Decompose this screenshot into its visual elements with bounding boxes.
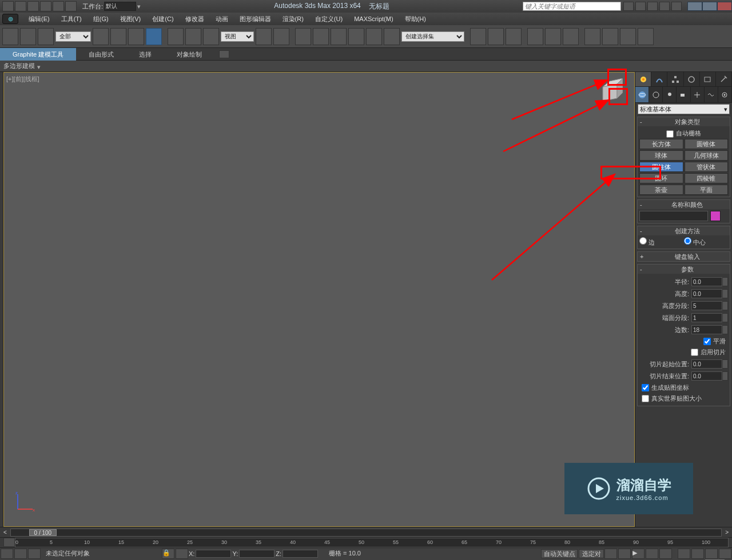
- subtab-shapes-icon[interactable]: [649, 87, 663, 102]
- obj-sphere-button[interactable]: 球体: [639, 150, 683, 161]
- obj-torus-button[interactable]: 圆环: [639, 173, 683, 183]
- layers-icon[interactable]: [506, 28, 522, 45]
- menu-views[interactable]: 视图(V): [114, 15, 147, 23]
- obj-teapot-button[interactable]: 茶壶: [639, 185, 683, 195]
- selection-filter-dropdown[interactable]: 全部: [55, 31, 91, 42]
- named-selection-dropdown[interactable]: 创建选择集: [401, 31, 464, 42]
- ref-coord-dropdown[interactable]: 视图: [221, 31, 254, 42]
- select-object-icon[interactable]: [93, 28, 109, 45]
- select-link-icon[interactable]: [2, 28, 18, 45]
- spinner-snap-icon[interactable]: [366, 28, 382, 45]
- subtab-lights-icon[interactable]: [663, 87, 677, 102]
- slicefrom-spin-buttons[interactable]: [722, 359, 728, 369]
- selection-lock-icon[interactable]: [28, 549, 41, 559]
- tab-create-icon[interactable]: [635, 72, 651, 86]
- tab-display-icon[interactable]: [700, 72, 716, 86]
- rollout-parameters[interactable]: 参数: [647, 265, 727, 274]
- use-pivot-icon[interactable]: [256, 28, 272, 45]
- real-world-checkbox[interactable]: [642, 395, 649, 402]
- object-color-swatch[interactable]: [710, 211, 721, 221]
- viewport-nav-zoom-icon[interactable]: [691, 549, 704, 559]
- rollout-keyboard-entry[interactable]: 键盘输入: [647, 253, 727, 261]
- window-close-button[interactable]: [717, 2, 732, 11]
- subtab-cameras-icon[interactable]: [677, 87, 690, 102]
- ribbon-expand-icon[interactable]: [219, 50, 229, 58]
- help-icon[interactable]: [671, 2, 682, 11]
- qat-save-icon[interactable]: [27, 1, 39, 11]
- smooth-checkbox[interactable]: [703, 338, 711, 345]
- viewport-nav-fov-icon[interactable]: [719, 549, 731, 559]
- subtab-helpers-icon[interactable]: [691, 87, 705, 102]
- qat-project-icon[interactable]: [65, 1, 77, 11]
- capsegs-spin-buttons[interactable]: [722, 313, 728, 322]
- slice-on-checkbox[interactable]: [691, 349, 698, 356]
- subtab-systems-icon[interactable]: [718, 87, 732, 102]
- object-name-input[interactable]: [639, 211, 708, 221]
- rollout-name-color[interactable]: 名称和颜色: [647, 201, 727, 209]
- search-input[interactable]: [523, 2, 621, 11]
- subtab-spacewarps-icon[interactable]: [705, 87, 718, 102]
- qat-open-icon[interactable]: [15, 1, 26, 11]
- ribbon-tab-freeform[interactable]: 自由形式: [76, 48, 126, 61]
- trackbar-toggle-icon[interactable]: [3, 538, 15, 547]
- menu-customize[interactable]: 自定义(U): [309, 15, 348, 23]
- obj-tube-button[interactable]: 管状体: [685, 162, 729, 172]
- height-spinner[interactable]: [691, 289, 722, 298]
- tab-motion-icon[interactable]: [684, 72, 700, 86]
- menu-create[interactable]: 创建(C): [146, 15, 179, 23]
- infocenter-icon[interactable]: [623, 2, 634, 11]
- select-by-name-icon[interactable]: [110, 28, 126, 45]
- chevron-down-icon[interactable]: ▾: [37, 63, 43, 69]
- obj-plane-button[interactable]: 平面: [685, 185, 729, 195]
- window-minimize-button[interactable]: [687, 2, 702, 11]
- obj-geosphere-button[interactable]: 几何球体: [685, 150, 729, 161]
- x-coord-input[interactable]: [196, 550, 231, 558]
- exchange-icon[interactable]: [647, 2, 658, 11]
- app-menu-icon[interactable]: ⊚: [2, 14, 18, 24]
- select-move-icon[interactable]: [168, 28, 184, 45]
- select-scale-icon[interactable]: [203, 28, 219, 45]
- search-icon[interactable]: [635, 2, 646, 11]
- select-manipulate-icon[interactable]: [273, 28, 289, 45]
- menu-maxscript[interactable]: MAXScript(M): [348, 15, 399, 22]
- cap-segs-spinner[interactable]: [691, 313, 722, 322]
- obj-cylinder-button[interactable]: 圆柱体: [639, 162, 683, 172]
- slice-from-spinner[interactable]: [691, 359, 722, 369]
- select-rotate-icon[interactable]: [185, 28, 201, 45]
- menu-tools[interactable]: 工具(T): [55, 15, 87, 23]
- autogrid-checkbox[interactable]: [666, 130, 674, 138]
- viewcube[interactable]: [597, 78, 623, 104]
- sliceto-spin-buttons[interactable]: [722, 371, 728, 381]
- menu-edit[interactable]: 编辑(E): [23, 15, 55, 23]
- window-maximize-button[interactable]: [702, 2, 717, 11]
- workspace-dropdown[interactable]: 默认: [104, 2, 136, 11]
- time-thumb[interactable]: 0 / 100: [29, 529, 57, 536]
- abs-rel-icon[interactable]: [176, 549, 188, 559]
- menu-modifiers[interactable]: 修改器: [180, 15, 210, 23]
- render-iterative-icon[interactable]: [638, 28, 654, 45]
- rendered-frame-icon[interactable]: [602, 28, 618, 45]
- menu-rendering[interactable]: 渲染(R): [277, 15, 309, 23]
- gen-mapping-checkbox[interactable]: [642, 384, 649, 391]
- menu-graph-editors[interactable]: 图形编辑器: [234, 15, 277, 23]
- radio-center[interactable]: [684, 237, 691, 245]
- subtab-geometry-icon[interactable]: [635, 87, 649, 102]
- rollout-creation-method[interactable]: 创建方法: [647, 227, 727, 235]
- track-bar[interactable]: 0510152025303540455055606570758085909510…: [0, 537, 732, 547]
- ribbon-tab-graphite[interactable]: Graphite 建模工具: [0, 48, 76, 61]
- obj-cone-button[interactable]: 圆锥体: [685, 139, 729, 149]
- menu-animation[interactable]: 动画: [210, 15, 234, 23]
- goto-end-icon[interactable]: [659, 549, 672, 559]
- slice-to-spinner[interactable]: [691, 371, 722, 381]
- obj-box-button[interactable]: 长方体: [639, 139, 683, 149]
- heightsegs-spin-buttons[interactable]: [722, 301, 728, 310]
- radius-spin-buttons[interactable]: [722, 277, 728, 286]
- next-frame-icon[interactable]: [646, 549, 658, 559]
- z-coord-input[interactable]: [283, 550, 318, 558]
- render-setup-icon[interactable]: [584, 28, 600, 45]
- ribbon-tab-selection[interactable]: 选择: [126, 48, 164, 61]
- menu-group[interactable]: 组(G): [87, 15, 114, 23]
- sides-spin-buttons[interactable]: [722, 325, 728, 334]
- radius-spinner[interactable]: [691, 277, 722, 286]
- bind-spacewarp-icon[interactable]: [38, 28, 54, 45]
